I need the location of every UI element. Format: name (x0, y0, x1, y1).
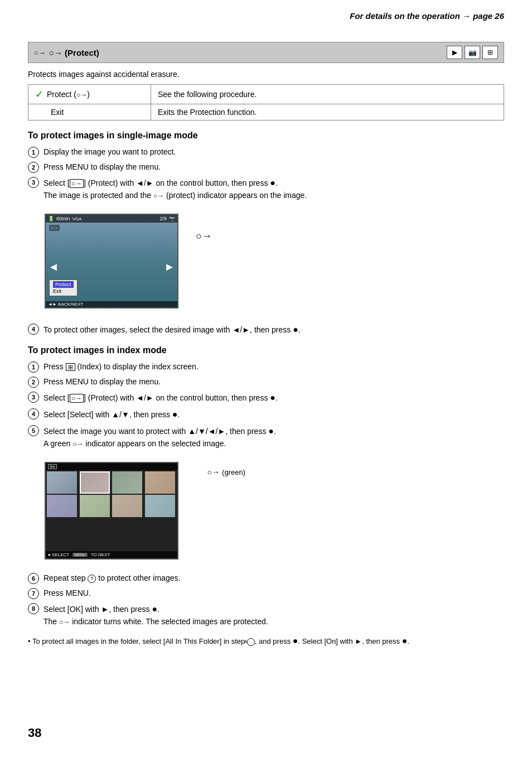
index-step-number-8: 8 (28, 603, 39, 614)
table-cell-protect-right: See the following procedure. (151, 85, 504, 104)
index-remaining-steps: 6 Repeat step 5 to protect other images.… (28, 572, 504, 628)
index-step-4-text: Select [Select] with ▲/▼, then press ●. (43, 408, 504, 421)
index-step-6: 6 Repeat step 5 to protect other images. (28, 572, 504, 584)
protect-indicator-right: ○→ (196, 230, 212, 242)
index-select-label: ● SELECT (48, 552, 69, 557)
format-label: VGA (72, 216, 82, 221)
index-step-number-2: 2 (28, 377, 39, 388)
camera-topbar: 🔋 60min VGA 2/9 📷 (46, 215, 177, 223)
index-next-label: TO NEXT (91, 552, 110, 557)
camera-menu-overlay: Protect Exit (49, 279, 78, 296)
thumb-8 (145, 495, 175, 517)
index-grid: ○→ (46, 470, 177, 518)
thumb-1: ○→ (47, 471, 77, 494)
index-protect-color-note: (green) (222, 468, 245, 476)
checkmark-icon: ✓ (35, 88, 43, 100)
step4-ref-circle-note: 4 (247, 638, 255, 646)
single-image-screen-wrapper: 🔋 60min VGA 2/9 📷 ○→ ◄ ► Protect Exit ◄►… (28, 208, 178, 314)
index-step-number-5: 5 (28, 425, 39, 436)
single-step-4-text: To protect other images, select the desi… (43, 323, 504, 336)
thumb-5 (47, 495, 77, 517)
index-step-2: 2 Press MENU to display the menu. (28, 376, 504, 388)
single-step-4: 4 To protect other images, select the de… (28, 323, 504, 336)
single-step-3-text: Select [○→] (Protect) with ◄/► on the co… (43, 176, 504, 201)
table-cell-protect-left: ✓ Protect (○→) (28, 85, 151, 104)
index-step-number-3: 3 (28, 392, 39, 403)
index-step-6-text: Repeat step 5 to protect other images. (43, 572, 504, 584)
index-step-number-6: 6 (28, 573, 39, 584)
index-step-number-1: 1 (28, 361, 39, 373)
index-step-7-text: Press MENU. (43, 587, 504, 599)
play-icon-box: ▶ (447, 46, 462, 59)
index-topbar: 9m (46, 463, 177, 470)
camera-icon-box: 📷 (465, 46, 480, 59)
index-bottombar: ● SELECT MENU TO NEXT (46, 551, 177, 558)
single-step-2-text: Press MENU to display the menu. (43, 161, 504, 173)
index-mode-steps: 1 Press ⊞ (Index) to display the index s… (28, 361, 504, 450)
section-title: ○→ ○→ (Protect) (34, 48, 99, 57)
index-protect-label: ○→ (green) (207, 467, 245, 476)
camera-topbar-left: 🔋 60min VGA (48, 216, 81, 221)
camera-nav-left-arrow: ◄ (48, 261, 59, 273)
bullet-note: • To protect all images in the folder, s… (28, 634, 504, 648)
index-step-8: 8 Select [OK] with ►, then press ●. The … (28, 602, 504, 628)
camera-nav-right-arrow: ► (164, 261, 175, 273)
camera-menu-exit: Exit (53, 288, 74, 295)
section-description: Protects images against accidental erasu… (28, 70, 504, 79)
single-image-steps: 1 Display the image you want to protect.… (28, 146, 504, 201)
index-step-2-text: Press MENU to display the menu. (43, 376, 504, 388)
single-step-3: 3 Select [○→] (Protect) with ◄/► on the … (28, 176, 504, 201)
camera-icon: 📷 (169, 216, 175, 221)
index-step-4: 4 Select [Select] with ▲/▼, then press ●… (28, 408, 504, 421)
thumb-3 (112, 471, 142, 494)
section-title-text: ○→ (Protect) (49, 48, 99, 57)
step-number-4: 4 (28, 324, 39, 335)
camera-bottombar: ◄► BACK/NEXT (46, 301, 177, 307)
single-step-2: 2 Press MENU to display the menu. (28, 161, 504, 173)
camera-time: 60min (56, 216, 70, 221)
index-menu-btn: MENU (72, 553, 88, 557)
index-step-3-text: Select [○→] (Protect) with ◄/► on the co… (43, 391, 504, 404)
step-number-2: 2 (28, 162, 39, 173)
subsection1-heading: To protect images in single-image mode (28, 131, 504, 141)
index-storage-icon: 9m (48, 464, 57, 469)
section-icons: ▶ 📷 ⊞ (447, 46, 498, 59)
camera-nav-label: ◄► BACK/NEXT (48, 302, 83, 307)
page-header: For details on the operation → page 26 (28, 11, 504, 25)
camera-menu-protect: Protect (53, 281, 74, 288)
index-step-number-4: 4 (28, 408, 39, 420)
step-number-1: 1 (28, 147, 39, 158)
step-number-3: 3 (28, 177, 39, 188)
index-step-1: 1 Press ⊞ (Index) to display the index s… (28, 361, 504, 373)
single-step-1-text: Display the image you want to protect. (43, 146, 504, 158)
exit-menu-label: Exit (51, 108, 64, 117)
camera-counter: 2/9 📷 (159, 216, 175, 221)
section-title-bar: ○→ ○→ (Protect) ▶ 📷 ⊞ (28, 42, 504, 63)
page-number: 38 (28, 726, 41, 740)
single-image-step4-list: 4 To protect other images, select the de… (28, 323, 504, 336)
table-cell-exit-left: Exit (28, 104, 151, 120)
index-step-5: 5 Select the image you want to protect w… (28, 425, 504, 450)
thumb-2 (80, 471, 110, 494)
menu-table: ✓ Protect (○→) See the following procedu… (28, 84, 504, 120)
thumb-4 (145, 471, 175, 494)
index-step-3: 3 Select [○→] (Protect) with ◄/► on the … (28, 391, 504, 404)
index-screen: 9m ○→ ● SELECT MENU TO NEXT (45, 462, 178, 560)
index-step-1-text: Press ⊞ (Index) to display the index scr… (43, 361, 504, 373)
battery-icon: 🔋 (48, 216, 54, 221)
thumb-7 (112, 495, 142, 517)
table-row-protect: ✓ Protect (○→) See the following procedu… (28, 85, 504, 104)
single-step-1: 1 Display the image you want to protect. (28, 146, 504, 158)
index-step-5-text: Select the image you want to protect wit… (43, 425, 504, 450)
thumb-1-protect-icon: ○→ (47, 472, 54, 476)
subsection2-heading: To protect images in index mode (28, 345, 504, 355)
index-step-8-text: Select [OK] with ►, then press ●. The ○→… (43, 602, 504, 628)
protect-top-indicator: ○→ (49, 225, 60, 231)
step5-ref-circle: 5 (88, 575, 96, 583)
protect-menu-label: Protect (○→) (47, 90, 90, 99)
index-screen-wrapper: 9m ○→ ● SELECT MENU TO NEXT ○→ (green) (28, 456, 178, 565)
protect-key-icon: ○→ (34, 49, 46, 57)
index-step-7: 7 Press MENU. (28, 587, 504, 599)
counter-text: 2/9 (159, 216, 167, 221)
camera-screen: 🔋 60min VGA 2/9 📷 ○→ ◄ ► Protect Exit ◄►… (45, 214, 178, 308)
